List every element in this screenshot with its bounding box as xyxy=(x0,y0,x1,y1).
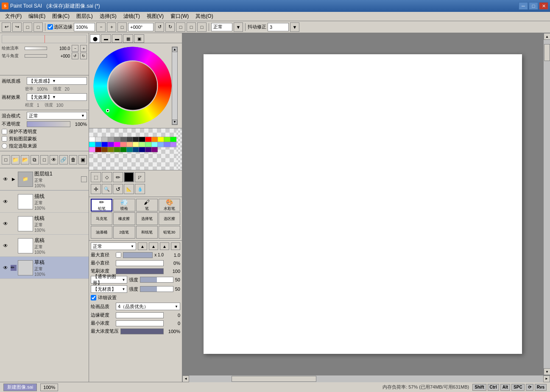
new-layer-btn[interactable]: □ xyxy=(2,155,10,164)
layer-item-group1[interactable]: 👁 ▶ 📁 图层组1 正常 100% xyxy=(0,168,89,190)
rotation-slider[interactable] xyxy=(25,54,47,58)
color-scroll-up[interactable]: ▲ xyxy=(172,47,177,52)
layer-expand-group1[interactable]: ▶ xyxy=(11,176,17,182)
copy-layer-btn[interactable]: ⧉ xyxy=(31,155,39,164)
zoom-out-button[interactable]: － xyxy=(96,22,106,32)
zoom-fit-button[interactable]: □ xyxy=(117,22,127,32)
brush-flow-minus[interactable]: － xyxy=(72,45,78,52)
selection-edge-checkbox[interactable] xyxy=(47,24,53,30)
move-tool-btn[interactable]: ✛ xyxy=(91,184,101,194)
menu-layer[interactable]: 图层(L) xyxy=(73,12,96,21)
pen-tool-btn[interactable]: ✏ xyxy=(113,172,123,182)
brush-flow-plus[interactable]: ＋ xyxy=(80,45,87,52)
menu-filter[interactable]: 滤镜(T) xyxy=(120,12,143,21)
blend-mode-display[interactable]: 正常 xyxy=(211,23,232,31)
brush-pencil30[interactable]: 铅笔30 xyxy=(159,226,180,239)
menu-view[interactable]: 视图(V) xyxy=(143,12,167,21)
drawing-canvas[interactable] xyxy=(204,54,522,354)
opacity-slider[interactable] xyxy=(27,121,70,127)
select-dotted-btn[interactable]: ⬚ xyxy=(91,172,101,182)
min-diameter-bar[interactable] xyxy=(116,260,164,266)
color-wheel-area[interactable]: ▲ ▼ xyxy=(89,43,182,128)
stabilizer-value-display[interactable]: 3 xyxy=(268,23,289,31)
tb2-btn4[interactable]: □ xyxy=(34,22,43,32)
brush-pencil[interactable]: ✏ 铅笔 xyxy=(91,199,112,211)
scroll-left-btn[interactable]: ◄ xyxy=(182,375,189,382)
layer-eye-miaoxian[interactable]: 👁 xyxy=(2,198,9,206)
more-options-btn[interactable]: ▣ xyxy=(78,155,87,164)
canvas-effect-dropdown[interactable]: 【无效果】 ▼ xyxy=(27,93,87,101)
brush-flow-slider[interactable] xyxy=(25,47,47,50)
brush-select-pen[interactable]: 选择笔 xyxy=(136,212,158,225)
selection-source-radio[interactable] xyxy=(2,143,7,149)
menu-window[interactable]: 窗口(W) xyxy=(167,12,192,21)
swatch-canvas[interactable] xyxy=(89,128,176,170)
h-scroll-thumb[interactable] xyxy=(232,376,316,382)
color-tab-2[interactable]: ▬ xyxy=(101,34,111,43)
color-tool-btn[interactable]: ◸ xyxy=(135,172,145,182)
menu-edit[interactable]: 编辑(E) xyxy=(25,12,49,21)
select-poly-btn[interactable]: ◇ xyxy=(102,172,112,182)
clip-mask-checkbox[interactable] xyxy=(2,136,7,142)
layer-eye-group1[interactable]: 👁 xyxy=(2,175,9,183)
brush-select-eraser[interactable]: 选区擦 xyxy=(159,212,180,225)
shape-btn-2[interactable]: ▲ xyxy=(149,242,158,250)
rotate-tool-btn[interactable]: ↺ xyxy=(113,184,123,194)
layer-edit-icon-caogao[interactable]: ✏ xyxy=(11,265,17,271)
maximize-button[interactable]: □ xyxy=(529,2,538,10)
h-scroll-track[interactable] xyxy=(189,375,543,382)
protect-opacity-checkbox[interactable] xyxy=(2,129,7,134)
rotation-btn2[interactable]: ↻ xyxy=(80,53,87,59)
layer-eye-caogao[interactable]: 👁 xyxy=(2,264,9,272)
texture-dropdown[interactable]: 【无材质】 ▼ xyxy=(91,285,127,293)
max-density-bar[interactable] xyxy=(120,328,164,334)
brush-marker[interactable]: 马克笔 xyxy=(91,212,112,225)
scroll-down-btn[interactable]: ▼ xyxy=(544,368,550,375)
color-tab-3[interactable]: ▬ xyxy=(112,34,122,43)
blend-dropdown-btn[interactable]: ▼ xyxy=(234,22,243,32)
shape-btn-3[interactable]: ▲ xyxy=(160,242,169,250)
brush-watercolor[interactable]: 🎨 水彩笔 xyxy=(159,199,180,211)
flip-button[interactable]: □ xyxy=(176,22,185,32)
scroll-track[interactable] xyxy=(544,40,550,368)
brush-shape-dropdown[interactable]: 正常 ▼ xyxy=(91,242,136,250)
reset-view-button[interactable]: □ xyxy=(197,22,207,32)
blend-mode-dropdown[interactable]: 正常 ▼ xyxy=(27,112,87,120)
color-tab-wheel[interactable]: ⬤ xyxy=(90,34,100,43)
zoom-display[interactable]: 100% xyxy=(74,23,95,31)
paper-texture-dropdown[interactable]: 【无质感】 ▼ xyxy=(27,77,87,85)
edge-hardness-bar[interactable] xyxy=(116,312,164,318)
zoom-in-button[interactable]: ＋ xyxy=(107,22,116,32)
max-diameter-checkbox[interactable] xyxy=(116,252,121,258)
color-scroll-down[interactable]: ▼ xyxy=(172,120,177,125)
scroll-up-btn[interactable]: ▲ xyxy=(544,33,550,40)
new-layer-btn2[interactable]: □ xyxy=(40,155,49,164)
mirror-button[interactable]: □ xyxy=(187,22,196,32)
layer-eye-digao[interactable]: 👁 xyxy=(2,242,9,250)
delete-layer-btn[interactable]: 🗑 xyxy=(69,155,78,164)
texture-strength-bar[interactable] xyxy=(140,286,173,292)
brush-airbrush[interactable]: 💨 喷枪 xyxy=(113,199,135,211)
foreground-color[interactable] xyxy=(124,172,134,182)
ruler-tool-btn[interactable]: 📐 xyxy=(124,184,134,194)
max-diameter-bar[interactable] xyxy=(123,252,153,258)
menu-image[interactable]: 图像(C) xyxy=(49,12,73,21)
menu-file[interactable]: 文件(F) xyxy=(2,12,25,21)
zoom-tool-btn[interactable]: 🔍 xyxy=(102,184,112,194)
undo-button[interactable]: ↩ xyxy=(2,22,11,32)
rotate-ccw-button[interactable]: ↺ xyxy=(155,22,164,32)
layer-item-xiangao[interactable]: 👁 线稿 正常 100% xyxy=(0,213,89,235)
link-btn[interactable]: 🔗 xyxy=(59,155,68,164)
eye-btn[interactable]: 👁 xyxy=(50,155,58,164)
color-tab-4[interactable]: ▦ xyxy=(123,34,133,43)
brush-pen[interactable]: 🖌 笔 xyxy=(136,199,158,211)
redo-button[interactable]: ↪ xyxy=(12,22,22,32)
shape-btn-1[interactable]: ▲ xyxy=(138,242,147,250)
layer-eye-xiangao[interactable]: 👁 xyxy=(2,220,9,228)
brush-eraser[interactable]: 橡皮擦 xyxy=(113,212,135,225)
layer-item-caogao[interactable]: 👁 ✏ 草稿 正常 100% xyxy=(0,257,89,279)
detail-settings-checkbox[interactable] xyxy=(91,295,96,300)
brush-paint[interactable]: 油漆桶 xyxy=(91,226,112,239)
tb2-btn3[interactable]: □ xyxy=(23,22,32,32)
rotation-btn1[interactable]: ↺ xyxy=(72,53,78,59)
